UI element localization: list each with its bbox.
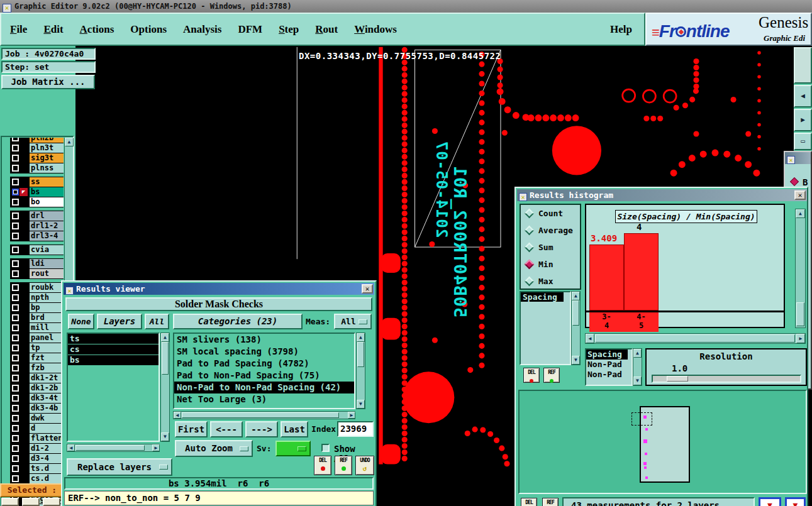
layer-checkbox[interactable] <box>12 155 19 162</box>
layer-checkbox[interactable] <box>12 465 19 472</box>
layer-checkbox[interactable] <box>12 233 19 239</box>
layer-checkbox[interactable] <box>12 314 19 321</box>
viewer-layer-list[interactable]: tscsbs <box>67 333 160 442</box>
layer-row[interactable]: cvia <box>10 245 64 255</box>
layer-row[interactable]: bp <box>10 303 64 312</box>
scroll-up-icon[interactable]: ▲ <box>633 349 642 358</box>
layers-header[interactable]: Layers <box>97 314 142 329</box>
viewer-layer-item[interactable]: ts <box>68 334 159 344</box>
index-input[interactable]: 23969 <box>337 421 374 437</box>
stat-mode-count[interactable]: Count <box>521 205 580 222</box>
layer-checkbox[interactable] <box>12 260 19 267</box>
scroll-up-icon[interactable]: ▲ <box>572 292 580 300</box>
bottom-toolbar-stub[interactable] <box>1 498 64 506</box>
pan-view-button[interactable]: ▼ <box>759 497 781 506</box>
scroll-thumb[interactable] <box>595 334 795 343</box>
layer-checkbox[interactable] <box>12 246 19 253</box>
menu-actions[interactable]: Actions <box>80 23 114 36</box>
last-button[interactable]: Last <box>281 421 308 437</box>
layer-checkbox[interactable] <box>12 355 19 361</box>
layer-checkbox[interactable] <box>12 199 19 206</box>
layer-row[interactable]: bo <box>10 197 64 207</box>
layer-row[interactable]: brd <box>10 313 64 322</box>
categories-scrollbar[interactable]: ▲ ▼ <box>356 333 365 409</box>
menu-dfm[interactable]: DFM <box>238 23 262 36</box>
meas-dropdown[interactable]: All <box>334 314 372 329</box>
viewer-layer-hscrollbar[interactable]: ◀ ▶ <box>67 444 160 452</box>
measure-type-scrollbar[interactable]: ▲ ▼ <box>571 291 581 365</box>
layer-row[interactable]: fzb <box>10 363 64 373</box>
scroll-down-icon[interactable]: ▼ <box>357 400 365 409</box>
stat-mode-sum[interactable]: Sum <box>521 239 580 256</box>
none-button[interactable]: None <box>68 314 94 329</box>
layer-checkbox[interactable] <box>12 324 19 331</box>
reference-button[interactable]: REF <box>543 368 560 383</box>
category-item[interactable]: Pad to Non-Pad Spacing (75) <box>174 370 354 382</box>
layer-checkbox[interactable] <box>12 138 19 141</box>
zoom-view-button[interactable]: ▼ <box>785 497 806 506</box>
layer-row[interactable]: ◤bs <box>10 187 64 197</box>
stat-mode-min[interactable]: Min <box>521 256 580 273</box>
scroll-thumb[interactable] <box>75 445 145 451</box>
chart-hscrollbar[interactable]: ◀ ▶ <box>585 333 806 344</box>
histogram-layer-list[interactable]: SpacingNon-PadNon-Pad <box>585 348 633 386</box>
categories-list[interactable]: SM slivers (138)SM local spacing (3798)P… <box>173 333 355 409</box>
layer-row[interactable]: ts.d <box>10 464 64 473</box>
category-item[interactable]: SM local spacing (3798) <box>174 346 354 358</box>
first-button[interactable]: First <box>175 421 208 437</box>
layer-checkbox[interactable] <box>12 365 19 371</box>
menu-file[interactable]: File <box>10 23 27 36</box>
prev-button[interactable]: <--- <box>210 421 243 437</box>
reference-button[interactable]: REF <box>542 498 559 506</box>
reference-button[interactable]: REF <box>335 456 352 475</box>
menu-step[interactable]: Step <box>279 23 299 36</box>
stat-mode-max[interactable]: Max <box>521 273 580 290</box>
results-viewer-titlebar[interactable]: ✕Results viewer ✕ <box>64 283 374 295</box>
layer-row[interactable]: drl1-2 <box>10 221 64 231</box>
layer-checkbox[interactable] <box>12 284 19 291</box>
scroll-slot[interactable] <box>794 47 812 84</box>
layer-row[interactable]: dk3-4t <box>10 393 64 403</box>
categories-hscrollbar[interactable]: ◀ ▶ <box>173 411 355 419</box>
layer-checkbox[interactable] <box>12 475 19 482</box>
category-item[interactable]: SM slivers (138) <box>174 334 354 346</box>
layer-checkbox[interactable] <box>12 395 19 402</box>
layer-row[interactable]: d3-4 <box>10 454 64 463</box>
layer-checkbox[interactable] <box>12 189 19 195</box>
chart-vscrollbar[interactable]: ▲ <box>795 209 806 328</box>
board-preview-panel[interactable] <box>518 390 807 494</box>
slider-thumb[interactable] <box>667 376 688 382</box>
pan-right-button[interactable]: ▶ <box>794 109 812 131</box>
layer-row[interactable]: roubk <box>10 283 64 292</box>
scroll-right-icon[interactable]: ▶ <box>348 412 355 419</box>
scroll-left-icon[interactable]: ◀ <box>586 334 594 343</box>
close-icon[interactable]: ✕ <box>362 284 373 294</box>
layer-checkbox[interactable] <box>12 405 19 412</box>
categories-header[interactable]: Categories (23) <box>173 314 303 329</box>
next-button[interactable]: ---> <box>245 421 278 437</box>
scroll-thumb[interactable] <box>182 412 339 418</box>
measure-type-list[interactable]: Spacing <box>520 291 571 365</box>
viewer-layer-scrollbar[interactable]: ▲ ▼ <box>160 333 170 442</box>
histogram-layer-item[interactable]: Spacing <box>586 349 628 360</box>
layer-row[interactable]: pln3t <box>10 143 64 153</box>
layer-row[interactable]: d <box>10 424 64 433</box>
menu-help[interactable]: Help <box>610 23 632 36</box>
menu-options[interactable]: Options <box>130 23 167 36</box>
scroll-down-icon[interactable]: ▼ <box>633 377 642 385</box>
scroll-up-icon[interactable]: ▲ <box>65 138 74 146</box>
layer-row[interactable]: tp <box>10 343 64 353</box>
layer-checkbox[interactable] <box>12 415 19 422</box>
layer-row[interactable]: dk1-2b <box>10 383 64 393</box>
scroll-thumb[interactable] <box>162 342 169 375</box>
view-option-button[interactable]: ▭ <box>794 133 812 150</box>
layer-checkbox[interactable] <box>12 270 19 277</box>
delete-button[interactable]: DEL <box>523 368 540 383</box>
close-icon[interactable]: ✕ <box>794 190 806 200</box>
layer-row[interactable]: flatten <box>10 434 64 443</box>
scroll-thumb[interactable] <box>572 300 579 326</box>
layer-checkbox[interactable] <box>12 425 19 432</box>
sv-color-dropdown[interactable] <box>275 441 311 456</box>
menu-analysis[interactable]: Analysis <box>183 23 221 36</box>
scroll-thumb[interactable] <box>357 342 364 367</box>
